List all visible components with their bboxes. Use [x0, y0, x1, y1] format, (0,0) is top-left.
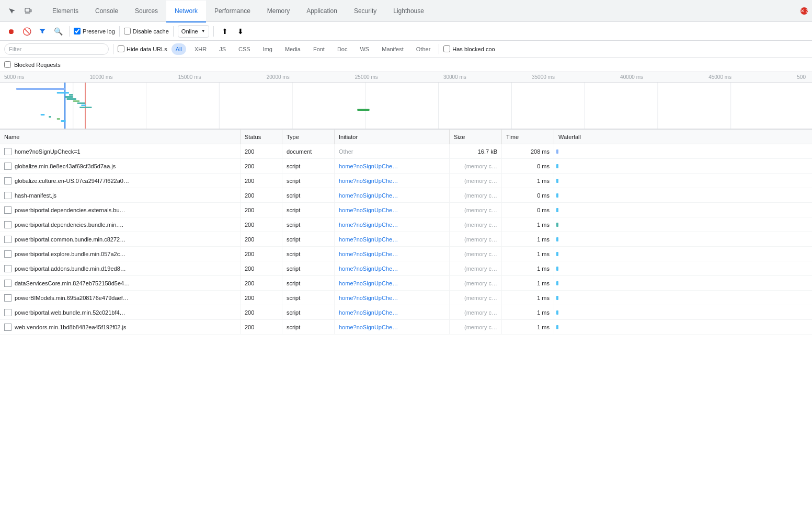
timeline-canvas[interactable]	[0, 83, 812, 130]
table-row[interactable]: dataServicesCore.min.8247eb752158d5e4…20…	[0, 276, 812, 291]
filter-type-ws[interactable]: WS	[356, 43, 373, 55]
waterfall-bar	[556, 164, 558, 168]
cell-initiator[interactable]: home?noSignUpChe…	[335, 305, 450, 319]
record-button[interactable]: ⏺	[4, 25, 18, 38]
blocked-requests-bar: Blocked Requests	[0, 57, 812, 72]
filter-type-media[interactable]: Media	[281, 43, 305, 55]
table-row[interactable]: powerbiportal.addons.bundle.min.d19ed8…2…	[0, 261, 812, 276]
cell-size: (memory c…	[450, 217, 502, 232]
filter-type-manifest[interactable]: Manifest	[378, 43, 408, 55]
tab-memory[interactable]: Memory	[259, 1, 298, 22]
tab-console[interactable]: Console	[87, 1, 127, 22]
cell-initiator[interactable]: home?noSignUpChe…	[335, 261, 450, 275]
close-icon: ✕	[800, 8, 805, 14]
cell-type: script	[282, 203, 335, 217]
filter-type-img[interactable]: Img	[259, 43, 277, 55]
close-devtools-button[interactable]: ✕ 2	[800, 7, 808, 15]
preserve-log-checkbox-label[interactable]: Preserve log	[74, 28, 115, 34]
hide-data-urls-label[interactable]: Hide data URLs	[118, 45, 167, 52]
filter-type-font[interactable]: Font	[309, 43, 329, 55]
disable-cache-checkbox-label[interactable]: Disable cache	[124, 28, 169, 34]
cell-size: (memory c…	[450, 320, 502, 334]
waterfall-bar	[556, 325, 558, 329]
tab-lighthouse[interactable]: Lighthouse	[385, 1, 432, 22]
table-row[interactable]: hash-manifest.js200scripthome?noSignUpCh…	[0, 188, 812, 203]
waterfall-bar	[556, 281, 558, 285]
table-row[interactable]: powerBIModels.min.695a208176e479daef…200…	[0, 291, 812, 305]
filter-type-css[interactable]: CSS	[234, 43, 255, 55]
cell-initiator[interactable]: home?noSignUpChe…	[335, 188, 450, 202]
network-throttle-select[interactable]: Online ▼	[178, 25, 209, 38]
hide-data-urls-checkbox[interactable]	[118, 45, 124, 52]
tab-network[interactable]: Network	[166, 1, 206, 22]
column-header-initiator[interactable]: Initiator	[335, 130, 450, 144]
cell-size: (memory c…	[450, 305, 502, 319]
cell-initiator[interactable]: home?noSignUpChe…	[335, 232, 450, 246]
cell-waterfall	[554, 174, 812, 188]
table-row[interactable]: globalize.culture.en-US.07ca294f77f622a0…	[0, 174, 812, 188]
cell-time: 208 ms	[502, 144, 554, 158]
filter-type-js[interactable]: JS	[215, 43, 230, 55]
cell-initiator[interactable]: home?noSignUpChe…	[335, 217, 450, 232]
cell-size: (memory c…	[450, 188, 502, 202]
has-blocked-cookies-label[interactable]: Has blocked coo	[443, 45, 495, 52]
cell-status: 200	[241, 232, 282, 246]
blocked-requests-label: Blocked Requests	[14, 62, 61, 68]
svg-rect-17	[69, 94, 73, 96]
table-row[interactable]: powerbiportal.dependencies.externals.bu……	[0, 203, 812, 217]
cell-initiator[interactable]: home?noSignUpChe…	[335, 247, 450, 261]
tab-performance[interactable]: Performance	[206, 1, 259, 22]
filter-button[interactable]	[36, 25, 49, 38]
svg-rect-15	[16, 88, 65, 90]
filter-type-doc[interactable]: Doc	[333, 43, 352, 55]
cell-status: 200	[241, 188, 282, 202]
cell-initiator[interactable]: home?noSignUpChe…	[335, 174, 450, 188]
cell-status: 200	[241, 203, 282, 217]
device-icon[interactable]	[21, 4, 36, 18]
cell-waterfall	[554, 203, 812, 217]
cell-name: home?noSignUpCheck=1	[0, 144, 241, 158]
waterfall-bar	[556, 193, 558, 198]
table-row[interactable]: home?noSignUpCheck=1200documentOther16.7…	[0, 144, 812, 159]
column-header-type[interactable]: Type	[282, 130, 335, 144]
table-row[interactable]: powerbiportal.web.bundle.min.52c021bf4…2…	[0, 305, 812, 320]
filter-type-xhr[interactable]: XHR	[190, 43, 211, 55]
clear-button[interactable]: 🚫	[20, 25, 33, 38]
table-row[interactable]: web.vendors.min.1bd8b8482ea45f192f02.js2…	[0, 320, 812, 335]
column-header-waterfall[interactable]: Waterfall	[554, 130, 812, 144]
column-header-time[interactable]: Time	[502, 130, 554, 144]
cell-status: 200	[241, 320, 282, 334]
cell-name: globalize.min.8e8ec43af69cf3d5d7aa.js	[0, 159, 241, 173]
cell-initiator[interactable]: home?noSignUpChe…	[335, 291, 450, 305]
search-button[interactable]: 🔍	[51, 25, 65, 38]
tab-elements[interactable]: Elements	[44, 1, 87, 22]
has-blocked-cookies-checkbox[interactable]	[443, 45, 450, 52]
filter-type-all[interactable]: All	[171, 43, 186, 55]
tab-sources[interactable]: Sources	[127, 1, 166, 22]
import-button[interactable]: ⬆	[218, 25, 232, 38]
preserve-log-checkbox[interactable]	[74, 28, 81, 34]
timeline-tick-25000: 25000 ms	[355, 74, 378, 80]
tab-security[interactable]: Security	[346, 1, 385, 22]
timeline-time-row: 5000 ms 10000 ms 15000 ms 20000 ms 25000…	[0, 72, 812, 83]
table-row[interactable]: globalize.min.8e8ec43af69cf3d5d7aa.js200…	[0, 159, 812, 174]
filter-type-other[interactable]: Other	[412, 43, 435, 55]
column-header-name[interactable]: Name	[0, 130, 241, 144]
blocked-requests-checkbox[interactable]	[4, 61, 11, 68]
cell-initiator[interactable]: home?noSignUpChe…	[335, 320, 450, 334]
cell-size: (memory c…	[450, 203, 502, 217]
cursor-icon[interactable]	[4, 4, 19, 18]
cell-time: 0 ms	[502, 159, 554, 173]
filter-input[interactable]	[4, 43, 109, 55]
export-button[interactable]: ⬇	[234, 25, 247, 38]
column-header-status[interactable]: Status	[241, 130, 282, 144]
column-header-size[interactable]: Size	[450, 130, 502, 144]
tab-application[interactable]: Application	[298, 1, 346, 22]
cell-initiator[interactable]: home?noSignUpChe…	[335, 159, 450, 173]
table-row[interactable]: powerbiportal.common.bundle.min.c8272…20…	[0, 232, 812, 247]
cell-initiator[interactable]: home?noSignUpChe…	[335, 276, 450, 290]
table-row[interactable]: powerbiportal.dependencies.bundle.min.…2…	[0, 217, 812, 232]
table-row[interactable]: powerbiportal.explore.bundle.min.057a2c……	[0, 247, 812, 261]
disable-cache-checkbox[interactable]	[124, 28, 131, 34]
cell-initiator[interactable]: home?noSignUpChe…	[335, 203, 450, 217]
